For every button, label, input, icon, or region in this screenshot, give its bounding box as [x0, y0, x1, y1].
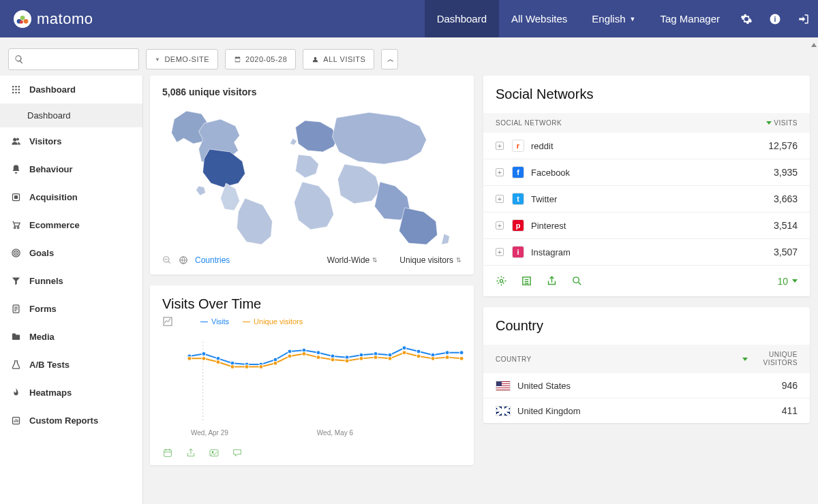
scroll-up-indicator[interactable] [811, 41, 817, 49]
brand-logo[interactable]: matomo [0, 10, 106, 28]
bell-icon [11, 164, 21, 174]
country-visitors: 946 [782, 380, 798, 391]
zoom-out-icon[interactable] [162, 255, 172, 265]
country-col-name[interactable]: COUNTRY [496, 356, 532, 363]
nav-tag-manager[interactable]: Tag Manager [648, 0, 732, 37]
svg-point-62 [359, 356, 363, 360]
social-col-visits[interactable]: VISITS [766, 119, 798, 127]
country-name: United States [517, 381, 571, 391]
world-map[interactable] [150, 100, 474, 250]
svg-point-3 [20, 20, 23, 23]
top-nav: matomo Dashboard All Websites English▼ T… [0, 0, 818, 37]
svg-point-65 [402, 351, 406, 355]
svg-point-58 [302, 351, 306, 356]
chart-type-icon[interactable] [162, 316, 173, 327]
chevron-down-icon: ▼ [630, 16, 636, 22]
svg-point-8 [18, 86, 20, 88]
country-col-visitors[interactable]: UNIQUE VISITORS [742, 351, 798, 367]
expand-icon[interactable]: + [496, 142, 504, 150]
grid-icon [11, 84, 21, 95]
export-icon[interactable] [546, 275, 558, 287]
sidebar-item-visitors[interactable]: Visitors [0, 127, 142, 155]
sidebar-sub-dashboard[interactable]: Dashboard [0, 104, 142, 127]
image-icon[interactable] [209, 447, 219, 458]
svg-point-72 [212, 452, 213, 453]
chart-legend: —Visits —Unique visitors [150, 312, 474, 327]
globe-icon [179, 255, 188, 265]
page-size-selector[interactable]: 10 [777, 276, 798, 287]
country-row[interactable]: United Kingdom411 [483, 398, 810, 423]
chart-actions [150, 441, 474, 465]
sidebar-item-goals[interactable]: Goals [0, 239, 142, 267]
sidebar-item-customreports[interactable]: Custom Reports [0, 407, 142, 435]
svg-point-56 [273, 361, 277, 365]
svg-point-59 [316, 356, 320, 360]
svg-point-7 [15, 86, 17, 88]
svg-point-67 [431, 356, 435, 360]
export-icon[interactable] [185, 447, 196, 458]
list-icon[interactable] [521, 275, 532, 287]
svg-point-46 [416, 349, 421, 353]
annotate-icon[interactable] [232, 447, 243, 458]
settings-icon[interactable] [732, 0, 761, 37]
sidebar-item-forms[interactable]: Forms [0, 295, 142, 323]
sidebar-item-abtests[interactable]: A/B Tests [0, 351, 142, 379]
map-metric-selector[interactable]: Unique visitors⇅ [399, 255, 461, 265]
search-input[interactable] [8, 48, 139, 70]
sidebar-item-heatmaps[interactable]: Heatmaps [0, 379, 142, 407]
visits-chart-title: Visits Over Time [162, 296, 461, 312]
svg-point-51 [202, 356, 206, 360]
social-row[interactable]: +tTwitter3,663 [483, 186, 810, 212]
sidebar-item-acquisition[interactable]: Acquisition [0, 183, 142, 211]
social-row[interactable]: +iInstagram3,507 [483, 239, 810, 265]
svg-point-66 [416, 354, 421, 358]
countries-link[interactable]: Countries [195, 255, 230, 265]
nav-all-websites[interactable]: All Websites [499, 0, 579, 37]
svg-point-69 [459, 356, 464, 360]
svg-point-15 [13, 138, 16, 142]
svg-point-54 [245, 364, 249, 368]
expand-icon[interactable]: + [496, 168, 504, 176]
sidebar-item-funnels[interactable]: Funnels [0, 267, 142, 295]
network-visits: 3,514 [774, 220, 798, 231]
network-icon: p [512, 219, 524, 232]
login-icon[interactable] [789, 0, 818, 37]
sidebar-item-media[interactable]: Media [0, 323, 142, 351]
settings-icon[interactable] [496, 275, 507, 287]
toolbar: ▼ DEMO-SITE 2020-05-28 ALL VISITS ︽ [0, 37, 818, 76]
sidebar-item-behaviour[interactable]: Behaviour [0, 155, 142, 183]
network-visits: 3,935 [774, 167, 798, 178]
logo-icon [14, 10, 31, 28]
calendar-icon[interactable] [162, 447, 173, 458]
country-row[interactable]: United States946 [483, 373, 810, 398]
svg-point-52 [216, 360, 220, 364]
social-row[interactable]: +pPinterest3,514 [483, 212, 810, 239]
svg-point-2 [24, 19, 29, 24]
site-selector[interactable]: ▼ DEMO-SITE [146, 49, 218, 69]
sidebar-item-dashboard[interactable]: Dashboard [0, 76, 142, 104]
country-visitors: 411 [782, 405, 798, 416]
social-col-network[interactable]: SOCIAL NETWORK [496, 119, 562, 127]
network-icon: t [512, 193, 524, 205]
chevron-up-icon: ︽ [387, 54, 392, 64]
svg-point-75 [573, 277, 579, 283]
expand-icon[interactable]: + [496, 195, 504, 203]
sidebar-item-ecommerce[interactable]: Ecommerce [0, 211, 142, 239]
people-icon [312, 56, 319, 63]
report-icon [11, 415, 21, 426]
nav-dashboard[interactable]: Dashboard [425, 0, 499, 37]
expand-icon[interactable]: + [496, 248, 504, 256]
visits-line-chart[interactable]: 6,530 3,265 0 [150, 327, 474, 429]
segment-selector[interactable]: ALL VISITS [303, 49, 374, 69]
svg-point-12 [12, 92, 14, 94]
social-row[interactable]: +fFacebook3,935 [483, 159, 810, 186]
flag-icon [496, 381, 511, 391]
info-icon[interactable]: i [761, 0, 789, 37]
expand-icon[interactable]: + [496, 221, 504, 230]
map-scope-selector[interactable]: World-Wide⇅ [327, 255, 378, 265]
date-selector[interactable]: 2020-05-28 [225, 49, 296, 69]
nav-language[interactable]: English▼ [579, 0, 648, 37]
search-icon[interactable] [571, 275, 583, 287]
social-row[interactable]: +rreddit12,576 [483, 133, 810, 159]
collapse-button[interactable]: ︽ [381, 49, 398, 69]
